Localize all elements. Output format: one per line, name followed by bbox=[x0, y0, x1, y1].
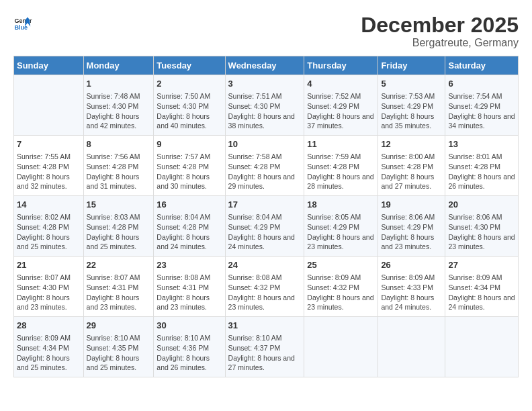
table-row: 15 Sunrise: 8:03 AMSunset: 4:28 PMDaylig… bbox=[83, 196, 154, 257]
table-row: 28 Sunrise: 8:09 AMSunset: 4:34 PMDaylig… bbox=[14, 316, 84, 377]
cell-details: Sunrise: 8:03 AMSunset: 4:28 PMDaylight:… bbox=[87, 212, 151, 252]
table-row: 14 Sunrise: 8:02 AMSunset: 4:28 PMDaylig… bbox=[14, 196, 84, 257]
cell-details: Sunrise: 8:09 AMSunset: 4:34 PMDaylight:… bbox=[17, 333, 81, 373]
cell-details: Sunrise: 8:08 AMSunset: 4:32 PMDaylight:… bbox=[228, 273, 302, 312]
col-tuesday: Tuesday bbox=[154, 56, 225, 75]
cell-details: Sunrise: 8:00 AMSunset: 4:28 PMDaylight:… bbox=[381, 152, 442, 191]
page-header: General Blue December 2025 Bergatreute, … bbox=[13, 13, 519, 49]
day-number: 14 bbox=[17, 199, 81, 211]
cell-details: Sunrise: 7:57 AMSunset: 4:28 PMDaylight:… bbox=[157, 152, 222, 191]
table-row: 13 Sunrise: 8:01 AMSunset: 4:28 PMDaylig… bbox=[445, 136, 519, 196]
table-row: 21 Sunrise: 8:07 AMSunset: 4:30 PMDaylig… bbox=[14, 257, 84, 317]
col-friday: Friday bbox=[378, 56, 445, 75]
table-row: 27 Sunrise: 8:09 AMSunset: 4:34 PMDaylig… bbox=[445, 257, 519, 317]
cell-details: Sunrise: 8:06 AMSunset: 4:30 PMDaylight:… bbox=[448, 212, 515, 252]
day-number: 1 bbox=[87, 78, 151, 90]
cell-details: Sunrise: 8:10 AMSunset: 4:37 PMDaylight:… bbox=[228, 333, 302, 373]
day-number: 29 bbox=[87, 320, 151, 332]
table-row: 4 Sunrise: 7:52 AMSunset: 4:29 PMDayligh… bbox=[304, 75, 378, 136]
cell-details: Sunrise: 7:56 AMSunset: 4:28 PMDaylight:… bbox=[87, 152, 151, 191]
cell-details: Sunrise: 8:07 AMSunset: 4:30 PMDaylight:… bbox=[17, 273, 81, 312]
table-row: 6 Sunrise: 7:54 AMSunset: 4:29 PMDayligh… bbox=[445, 75, 519, 136]
day-number: 3 bbox=[228, 78, 302, 90]
table-row: 22 Sunrise: 8:07 AMSunset: 4:31 PMDaylig… bbox=[83, 257, 154, 317]
cell-details: Sunrise: 8:10 AMSunset: 4:36 PMDaylight:… bbox=[157, 333, 222, 373]
day-number: 30 bbox=[157, 320, 222, 332]
table-row: 3 Sunrise: 7:51 AMSunset: 4:30 PMDayligh… bbox=[225, 75, 304, 136]
day-number: 20 bbox=[448, 199, 515, 211]
day-number: 13 bbox=[448, 138, 515, 150]
page-subtitle: Bergatreute, Germany bbox=[361, 37, 519, 49]
col-monday: Monday bbox=[83, 56, 154, 75]
table-row: 8 Sunrise: 7:56 AMSunset: 4:28 PMDayligh… bbox=[83, 136, 154, 196]
table-row: 17 Sunrise: 8:04 AMSunset: 4:29 PMDaylig… bbox=[225, 196, 304, 257]
day-number: 27 bbox=[448, 259, 515, 271]
day-number: 16 bbox=[157, 199, 222, 211]
table-row: 16 Sunrise: 8:04 AMSunset: 4:28 PMDaylig… bbox=[154, 196, 225, 257]
table-row: 11 Sunrise: 7:59 AMSunset: 4:28 PMDaylig… bbox=[304, 136, 378, 196]
table-row: 31 Sunrise: 8:10 AMSunset: 4:37 PMDaylig… bbox=[225, 316, 304, 377]
cell-details: Sunrise: 8:04 AMSunset: 4:28 PMDaylight:… bbox=[157, 212, 222, 252]
col-wednesday: Wednesday bbox=[225, 56, 304, 75]
cell-details: Sunrise: 7:52 AMSunset: 4:29 PMDaylight:… bbox=[307, 91, 375, 131]
day-number: 18 bbox=[307, 199, 375, 211]
table-row: 9 Sunrise: 7:57 AMSunset: 4:28 PMDayligh… bbox=[154, 136, 225, 196]
table-row bbox=[445, 316, 519, 377]
table-row: 7 Sunrise: 7:55 AMSunset: 4:28 PMDayligh… bbox=[14, 136, 84, 196]
day-number: 21 bbox=[17, 259, 81, 271]
calendar-header-row: Sunday Monday Tuesday Wednesday Thursday… bbox=[14, 56, 519, 75]
calendar-week-row: 14 Sunrise: 8:02 AMSunset: 4:28 PMDaylig… bbox=[14, 196, 519, 257]
cell-details: Sunrise: 8:09 AMSunset: 4:33 PMDaylight:… bbox=[381, 273, 442, 312]
day-number: 26 bbox=[381, 259, 442, 271]
col-saturday: Saturday bbox=[445, 56, 519, 75]
cell-details: Sunrise: 8:09 AMSunset: 4:34 PMDaylight:… bbox=[448, 273, 515, 312]
day-number: 22 bbox=[87, 259, 151, 271]
cell-details: Sunrise: 7:58 AMSunset: 4:28 PMDaylight:… bbox=[228, 152, 302, 191]
table-row bbox=[378, 316, 445, 377]
day-number: 28 bbox=[17, 320, 81, 332]
table-row: 10 Sunrise: 7:58 AMSunset: 4:28 PMDaylig… bbox=[225, 136, 304, 196]
calendar-week-row: 1 Sunrise: 7:48 AMSunset: 4:30 PMDayligh… bbox=[14, 75, 519, 136]
day-number: 5 bbox=[381, 78, 442, 90]
cell-details: Sunrise: 8:09 AMSunset: 4:32 PMDaylight:… bbox=[307, 273, 375, 312]
cell-details: Sunrise: 8:10 AMSunset: 4:35 PMDaylight:… bbox=[87, 333, 151, 373]
cell-details: Sunrise: 7:54 AMSunset: 4:29 PMDaylight:… bbox=[448, 91, 515, 131]
day-number: 8 bbox=[87, 138, 151, 150]
cell-details: Sunrise: 7:50 AMSunset: 4:30 PMDaylight:… bbox=[157, 91, 222, 131]
table-row bbox=[304, 316, 378, 377]
day-number: 23 bbox=[157, 259, 222, 271]
day-number: 15 bbox=[87, 199, 151, 211]
table-row: 30 Sunrise: 8:10 AMSunset: 4:36 PMDaylig… bbox=[154, 316, 225, 377]
table-row: 19 Sunrise: 8:06 AMSunset: 4:29 PMDaylig… bbox=[378, 196, 445, 257]
table-row: 12 Sunrise: 8:00 AMSunset: 4:28 PMDaylig… bbox=[378, 136, 445, 196]
day-number: 9 bbox=[157, 138, 222, 150]
page-title: December 2025 bbox=[361, 13, 519, 37]
table-row: 5 Sunrise: 7:53 AMSunset: 4:29 PMDayligh… bbox=[378, 75, 445, 136]
cell-details: Sunrise: 7:55 AMSunset: 4:28 PMDaylight:… bbox=[17, 152, 81, 191]
day-number: 2 bbox=[157, 78, 222, 90]
day-number: 10 bbox=[228, 138, 302, 150]
calendar-week-row: 28 Sunrise: 8:09 AMSunset: 4:34 PMDaylig… bbox=[14, 316, 519, 377]
day-number: 19 bbox=[381, 199, 442, 211]
cell-details: Sunrise: 7:48 AMSunset: 4:30 PMDaylight:… bbox=[87, 91, 151, 131]
day-number: 11 bbox=[307, 138, 375, 150]
table-row: 20 Sunrise: 8:06 AMSunset: 4:30 PMDaylig… bbox=[445, 196, 519, 257]
table-row: 25 Sunrise: 8:09 AMSunset: 4:32 PMDaylig… bbox=[304, 257, 378, 317]
cell-details: Sunrise: 7:51 AMSunset: 4:30 PMDaylight:… bbox=[228, 91, 302, 131]
table-row: 26 Sunrise: 8:09 AMSunset: 4:33 PMDaylig… bbox=[378, 257, 445, 317]
logo: General Blue bbox=[13, 13, 32, 32]
cell-details: Sunrise: 8:04 AMSunset: 4:29 PMDaylight:… bbox=[228, 212, 302, 252]
col-sunday: Sunday bbox=[14, 56, 84, 75]
table-row: 18 Sunrise: 8:05 AMSunset: 4:29 PMDaylig… bbox=[304, 196, 378, 257]
table-row: 23 Sunrise: 8:08 AMSunset: 4:31 PMDaylig… bbox=[154, 257, 225, 317]
col-thursday: Thursday bbox=[304, 56, 378, 75]
day-number: 6 bbox=[448, 78, 515, 90]
day-number: 12 bbox=[381, 138, 442, 150]
table-row: 1 Sunrise: 7:48 AMSunset: 4:30 PMDayligh… bbox=[83, 75, 154, 136]
table-row bbox=[14, 75, 84, 136]
cell-details: Sunrise: 8:06 AMSunset: 4:29 PMDaylight:… bbox=[381, 212, 442, 252]
table-row: 2 Sunrise: 7:50 AMSunset: 4:30 PMDayligh… bbox=[154, 75, 225, 136]
cell-details: Sunrise: 8:05 AMSunset: 4:29 PMDaylight:… bbox=[307, 212, 375, 252]
day-number: 24 bbox=[228, 259, 302, 271]
cell-details: Sunrise: 8:08 AMSunset: 4:31 PMDaylight:… bbox=[157, 273, 222, 312]
